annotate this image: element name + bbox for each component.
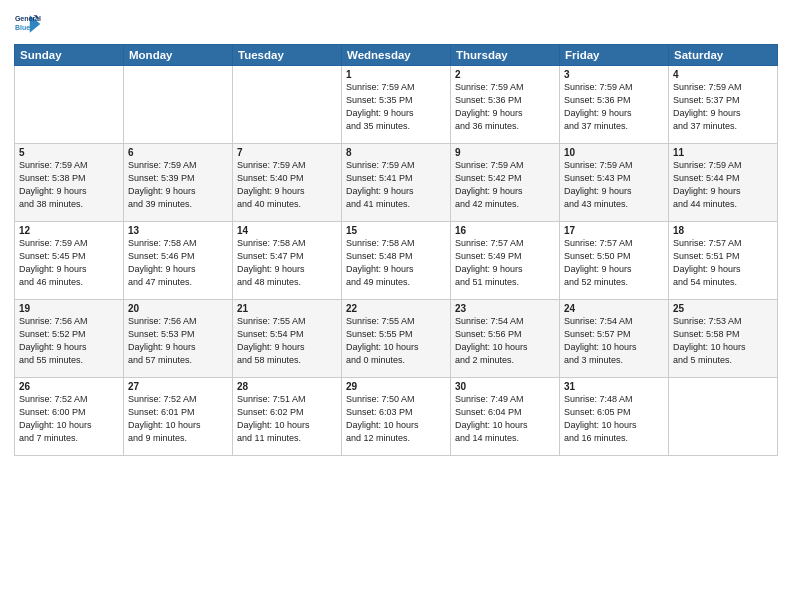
- calendar-week-4: 19Sunrise: 7:56 AM Sunset: 5:52 PM Dayli…: [15, 300, 778, 378]
- day-info: Sunrise: 7:59 AM Sunset: 5:36 PM Dayligh…: [564, 81, 664, 133]
- day-info: Sunrise: 7:55 AM Sunset: 5:55 PM Dayligh…: [346, 315, 446, 367]
- svg-text:General: General: [15, 15, 41, 22]
- calendar-week-5: 26Sunrise: 7:52 AM Sunset: 6:00 PM Dayli…: [15, 378, 778, 456]
- day-info: Sunrise: 7:59 AM Sunset: 5:42 PM Dayligh…: [455, 159, 555, 211]
- calendar-week-3: 12Sunrise: 7:59 AM Sunset: 5:45 PM Dayli…: [15, 222, 778, 300]
- day-number: 3: [564, 69, 664, 80]
- calendar-cell: 16Sunrise: 7:57 AM Sunset: 5:49 PM Dayli…: [451, 222, 560, 300]
- day-info: Sunrise: 7:59 AM Sunset: 5:39 PM Dayligh…: [128, 159, 228, 211]
- day-number: 14: [237, 225, 337, 236]
- calendar-cell: 20Sunrise: 7:56 AM Sunset: 5:53 PM Dayli…: [124, 300, 233, 378]
- day-number: 24: [564, 303, 664, 314]
- calendar-cell: 9Sunrise: 7:59 AM Sunset: 5:42 PM Daylig…: [451, 144, 560, 222]
- calendar-cell: 19Sunrise: 7:56 AM Sunset: 5:52 PM Dayli…: [15, 300, 124, 378]
- day-number: 15: [346, 225, 446, 236]
- weekday-header-row: SundayMondayTuesdayWednesdayThursdayFrid…: [15, 45, 778, 66]
- day-info: Sunrise: 7:58 AM Sunset: 5:46 PM Dayligh…: [128, 237, 228, 289]
- day-number: 21: [237, 303, 337, 314]
- calendar-cell: 11Sunrise: 7:59 AM Sunset: 5:44 PM Dayli…: [669, 144, 778, 222]
- day-info: Sunrise: 7:59 AM Sunset: 5:36 PM Dayligh…: [455, 81, 555, 133]
- day-number: 22: [346, 303, 446, 314]
- day-info: Sunrise: 7:52 AM Sunset: 6:01 PM Dayligh…: [128, 393, 228, 445]
- day-number: 19: [19, 303, 119, 314]
- day-number: 26: [19, 381, 119, 392]
- svg-text:Blue: Blue: [15, 24, 30, 31]
- day-number: 10: [564, 147, 664, 158]
- day-number: 5: [19, 147, 119, 158]
- calendar-cell: 14Sunrise: 7:58 AM Sunset: 5:47 PM Dayli…: [233, 222, 342, 300]
- calendar-cell: 10Sunrise: 7:59 AM Sunset: 5:43 PM Dayli…: [560, 144, 669, 222]
- day-info: Sunrise: 7:53 AM Sunset: 5:58 PM Dayligh…: [673, 315, 773, 367]
- day-number: 29: [346, 381, 446, 392]
- calendar-week-1: 1Sunrise: 7:59 AM Sunset: 5:35 PM Daylig…: [15, 66, 778, 144]
- calendar-cell: 27Sunrise: 7:52 AM Sunset: 6:01 PM Dayli…: [124, 378, 233, 456]
- day-number: 8: [346, 147, 446, 158]
- day-number: 1: [346, 69, 446, 80]
- calendar-cell: 28Sunrise: 7:51 AM Sunset: 6:02 PM Dayli…: [233, 378, 342, 456]
- calendar-cell: 17Sunrise: 7:57 AM Sunset: 5:50 PM Dayli…: [560, 222, 669, 300]
- calendar-cell: 5Sunrise: 7:59 AM Sunset: 5:38 PM Daylig…: [15, 144, 124, 222]
- day-info: Sunrise: 7:56 AM Sunset: 5:53 PM Dayligh…: [128, 315, 228, 367]
- calendar-cell: [15, 66, 124, 144]
- day-info: Sunrise: 7:58 AM Sunset: 5:47 PM Dayligh…: [237, 237, 337, 289]
- calendar-cell: 13Sunrise: 7:58 AM Sunset: 5:46 PM Dayli…: [124, 222, 233, 300]
- day-info: Sunrise: 7:48 AM Sunset: 6:05 PM Dayligh…: [564, 393, 664, 445]
- calendar-cell: 25Sunrise: 7:53 AM Sunset: 5:58 PM Dayli…: [669, 300, 778, 378]
- day-number: 17: [564, 225, 664, 236]
- day-number: 16: [455, 225, 555, 236]
- day-info: Sunrise: 7:55 AM Sunset: 5:54 PM Dayligh…: [237, 315, 337, 367]
- day-number: 13: [128, 225, 228, 236]
- day-number: 28: [237, 381, 337, 392]
- day-number: 11: [673, 147, 773, 158]
- day-number: 20: [128, 303, 228, 314]
- day-info: Sunrise: 7:49 AM Sunset: 6:04 PM Dayligh…: [455, 393, 555, 445]
- day-info: Sunrise: 7:59 AM Sunset: 5:38 PM Dayligh…: [19, 159, 119, 211]
- weekday-header-friday: Friday: [560, 45, 669, 66]
- calendar-cell: 1Sunrise: 7:59 AM Sunset: 5:35 PM Daylig…: [342, 66, 451, 144]
- day-info: Sunrise: 7:58 AM Sunset: 5:48 PM Dayligh…: [346, 237, 446, 289]
- day-number: 25: [673, 303, 773, 314]
- day-number: 4: [673, 69, 773, 80]
- weekday-header-wednesday: Wednesday: [342, 45, 451, 66]
- day-info: Sunrise: 7:57 AM Sunset: 5:49 PM Dayligh…: [455, 237, 555, 289]
- calendar-cell: 15Sunrise: 7:58 AM Sunset: 5:48 PM Dayli…: [342, 222, 451, 300]
- day-number: 2: [455, 69, 555, 80]
- day-info: Sunrise: 7:59 AM Sunset: 5:44 PM Dayligh…: [673, 159, 773, 211]
- calendar-cell: 29Sunrise: 7:50 AM Sunset: 6:03 PM Dayli…: [342, 378, 451, 456]
- calendar-cell: [124, 66, 233, 144]
- day-number: 12: [19, 225, 119, 236]
- calendar-week-2: 5Sunrise: 7:59 AM Sunset: 5:38 PM Daylig…: [15, 144, 778, 222]
- calendar-cell: 23Sunrise: 7:54 AM Sunset: 5:56 PM Dayli…: [451, 300, 560, 378]
- calendar-cell: 8Sunrise: 7:59 AM Sunset: 5:41 PM Daylig…: [342, 144, 451, 222]
- calendar-cell: 24Sunrise: 7:54 AM Sunset: 5:57 PM Dayli…: [560, 300, 669, 378]
- calendar-cell: 2Sunrise: 7:59 AM Sunset: 5:36 PM Daylig…: [451, 66, 560, 144]
- calendar-cell: 26Sunrise: 7:52 AM Sunset: 6:00 PM Dayli…: [15, 378, 124, 456]
- calendar-cell: 4Sunrise: 7:59 AM Sunset: 5:37 PM Daylig…: [669, 66, 778, 144]
- day-number: 9: [455, 147, 555, 158]
- calendar-cell: 21Sunrise: 7:55 AM Sunset: 5:54 PM Dayli…: [233, 300, 342, 378]
- day-info: Sunrise: 7:59 AM Sunset: 5:41 PM Dayligh…: [346, 159, 446, 211]
- calendar-cell: [233, 66, 342, 144]
- day-info: Sunrise: 7:59 AM Sunset: 5:40 PM Dayligh…: [237, 159, 337, 211]
- logo-icon: General Blue: [14, 10, 42, 38]
- day-number: 23: [455, 303, 555, 314]
- day-number: 7: [237, 147, 337, 158]
- day-info: Sunrise: 7:59 AM Sunset: 5:35 PM Dayligh…: [346, 81, 446, 133]
- day-info: Sunrise: 7:56 AM Sunset: 5:52 PM Dayligh…: [19, 315, 119, 367]
- weekday-header-tuesday: Tuesday: [233, 45, 342, 66]
- calendar-cell: 31Sunrise: 7:48 AM Sunset: 6:05 PM Dayli…: [560, 378, 669, 456]
- day-info: Sunrise: 7:52 AM Sunset: 6:00 PM Dayligh…: [19, 393, 119, 445]
- weekday-header-saturday: Saturday: [669, 45, 778, 66]
- day-number: 27: [128, 381, 228, 392]
- day-info: Sunrise: 7:54 AM Sunset: 5:57 PM Dayligh…: [564, 315, 664, 367]
- day-info: Sunrise: 7:59 AM Sunset: 5:43 PM Dayligh…: [564, 159, 664, 211]
- day-number: 30: [455, 381, 555, 392]
- day-number: 31: [564, 381, 664, 392]
- day-info: Sunrise: 7:54 AM Sunset: 5:56 PM Dayligh…: [455, 315, 555, 367]
- day-info: Sunrise: 7:50 AM Sunset: 6:03 PM Dayligh…: [346, 393, 446, 445]
- calendar-table: SundayMondayTuesdayWednesdayThursdayFrid…: [14, 44, 778, 456]
- calendar-cell: 12Sunrise: 7:59 AM Sunset: 5:45 PM Dayli…: [15, 222, 124, 300]
- calendar-cell: 6Sunrise: 7:59 AM Sunset: 5:39 PM Daylig…: [124, 144, 233, 222]
- weekday-header-thursday: Thursday: [451, 45, 560, 66]
- calendar-cell: 18Sunrise: 7:57 AM Sunset: 5:51 PM Dayli…: [669, 222, 778, 300]
